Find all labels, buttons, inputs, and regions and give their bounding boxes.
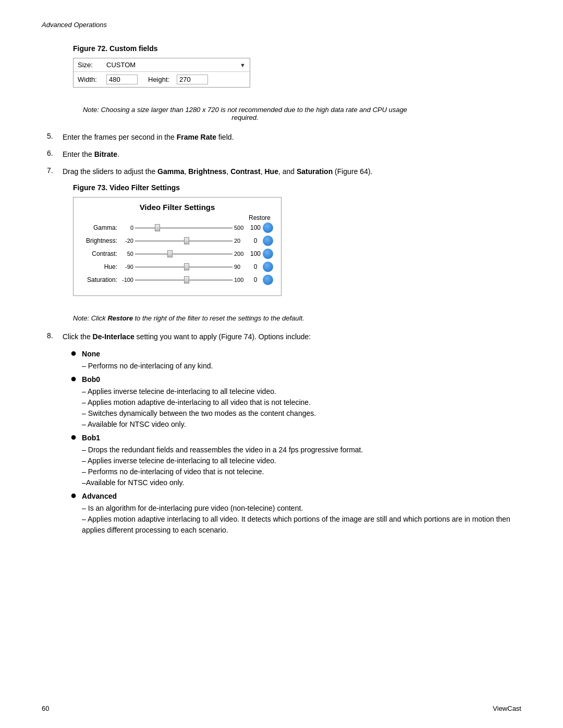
- bob1-line4: –Available for NTSC video only.: [82, 477, 521, 488]
- bob0-sublines: – Applies inverse telecine de-interlacin…: [82, 386, 521, 430]
- bob1-line1: – Drops the redundant fields and reassem…: [82, 445, 521, 455]
- step5-number: 5.: [42, 132, 63, 140]
- step7-number: 7.: [42, 166, 63, 175]
- contrast-label: Contrast:: [81, 250, 120, 257]
- saturation-restore-button[interactable]: [263, 275, 273, 285]
- saturation-value: 0: [248, 276, 263, 283]
- saturation-min: -100: [120, 277, 135, 283]
- brightness-min: -20: [120, 238, 135, 244]
- section-header: Advanced Operations: [42, 21, 521, 29]
- brightness-slider[interactable]: [135, 237, 232, 244]
- bullet-dot-none: ●: [70, 348, 77, 358]
- hue-restore-button[interactable]: [263, 262, 273, 272]
- bullet-bob0-content: Bob0 – Applies inverse telecine de-inter…: [82, 374, 521, 430]
- width-label: Width:: [78, 76, 106, 83]
- size-row: Size: CUSTOM ▼: [74, 58, 250, 72]
- step6-number: 6.: [42, 149, 63, 157]
- bob0-line4: – Available for NTSC video only.: [82, 419, 521, 430]
- bob1-sublines: – Drops the redundant fields and reassem…: [82, 445, 521, 488]
- page-number: 60: [42, 705, 49, 712]
- none-line1: – Performs no de-interlacing of any kind…: [82, 361, 521, 372]
- bob0-line2: – Applies motion adaptive de-interlacing…: [82, 397, 521, 408]
- none-sublines: – Performs no de-interlacing of any kind…: [82, 361, 521, 372]
- size-value: CUSTOM: [106, 61, 240, 69]
- brightness-value: 0: [248, 237, 263, 244]
- hue-row: Hue: -90 90 0: [81, 262, 273, 272]
- height-label: Height:: [148, 76, 177, 83]
- step8-content: Click the De-Interlace setting you want …: [63, 331, 521, 342]
- bullet-none: ● None – Performs no de-interlacing of a…: [70, 349, 521, 372]
- gamma-restore-button[interactable]: [263, 223, 273, 233]
- saturation-label: Saturation:: [81, 276, 120, 283]
- bullet-dot-advanced: ●: [70, 490, 77, 500]
- note2: Note: Click Restore to the right of the …: [73, 314, 417, 322]
- contrast-max: 200: [232, 251, 248, 257]
- size-label: Size:: [78, 61, 106, 69]
- bullet-list: ● None – Performs no de-interlacing of a…: [70, 349, 521, 536]
- step7-content: Drag the sliders to adjust the Gamma, Br…: [63, 166, 521, 177]
- step5: 5. Enter the frames per second in the Fr…: [42, 132, 521, 143]
- footer: 60 ViewCast: [42, 705, 521, 712]
- advanced-line2: – Applies motion adaptive interlacing to…: [82, 514, 521, 536]
- bullet-dot-bob0: ●: [70, 373, 77, 384]
- gamma-row: Gamma: 0 500 100: [81, 223, 273, 233]
- advanced-line1: – Is an algorithm for de-interlacing pur…: [82, 503, 521, 514]
- contrast-row: Contrast: 50 200 100: [81, 249, 273, 259]
- brightness-label: Brightness:: [81, 237, 120, 244]
- step5-content: Enter the frames per second in the Frame…: [63, 132, 521, 143]
- gamma-slider[interactable]: [135, 224, 232, 231]
- step8-number: 8.: [42, 331, 63, 340]
- bob1-line2: – Applies inverse telecine de-interlacin…: [82, 455, 521, 466]
- bullet-bob1: ● Bob1 – Drops the redundant fields and …: [70, 433, 521, 488]
- hue-label: Hue:: [81, 263, 120, 270]
- bullet-bob0: ● Bob0 – Applies inverse telecine de-int…: [70, 374, 521, 430]
- step7: 7. Drag the sliders to adjust the Gamma,…: [42, 166, 521, 177]
- width-input[interactable]: [106, 75, 138, 84]
- gamma-value: 100: [248, 224, 263, 231]
- hue-slider[interactable]: [135, 263, 232, 270]
- figure73-box: Video Filter Settings Restore Gamma: 0 5…: [73, 197, 282, 296]
- note1: Note: Choosing a size larger than 1280 x…: [73, 106, 417, 121]
- figure72-box: Size: CUSTOM ▼ Width: Height:: [73, 58, 250, 88]
- vfs-box-title: Video Filter Settings: [81, 203, 273, 212]
- dropdown-arrow-icon[interactable]: ▼: [240, 62, 246, 68]
- bullet-advanced-content: Advanced – Is an algorithm for de-interl…: [82, 491, 521, 536]
- contrast-restore-button[interactable]: [263, 249, 273, 259]
- brightness-restore-button[interactable]: [263, 236, 273, 246]
- bob1-line3: – Performs no de-interlacing of video th…: [82, 466, 521, 477]
- figure72-title: Figure 72. Custom fields: [73, 44, 521, 53]
- bullet-none-content: None – Performs no de-interlacing of any…: [82, 349, 521, 372]
- figure73-title: Figure 73. Video Filter Settings: [73, 183, 521, 192]
- contrast-slider[interactable]: [135, 250, 232, 257]
- gamma-min: 0: [120, 225, 135, 231]
- step6-content: Enter the Bitrate.: [63, 149, 521, 160]
- hue-min: -90: [120, 264, 135, 270]
- step6: 6. Enter the Bitrate.: [42, 149, 521, 160]
- dimensions-row: Width: Height:: [74, 72, 250, 87]
- bob0-line1: – Applies inverse telecine de-interlacin…: [82, 386, 521, 397]
- gamma-label: Gamma:: [81, 224, 120, 231]
- bob0-line3: – Switches dynamically between the two m…: [82, 408, 521, 419]
- restore-label: Restore: [249, 214, 271, 221]
- brand-name: ViewCast: [493, 705, 521, 712]
- saturation-slider[interactable]: [135, 276, 232, 283]
- bullet-advanced: ● Advanced – Is an algorithm for de-inte…: [70, 491, 521, 536]
- contrast-min: 50: [120, 251, 135, 257]
- bullet-dot-bob1: ●: [70, 431, 77, 442]
- hue-value: 0: [248, 263, 263, 270]
- step8: 8. Click the De-Interlace setting you wa…: [42, 331, 521, 342]
- gamma-max: 500: [232, 225, 248, 231]
- height-input[interactable]: [177, 75, 208, 84]
- saturation-row: Saturation: -100 100 0: [81, 275, 273, 285]
- bullet-bob1-content: Bob1 – Drops the redundant fields and re…: [82, 433, 521, 488]
- saturation-max: 100: [232, 277, 248, 283]
- brightness-max: 20: [232, 238, 248, 244]
- advanced-sublines: – Is an algorithm for de-interlacing pur…: [82, 503, 521, 536]
- contrast-value: 100: [248, 250, 263, 257]
- hue-max: 90: [232, 264, 248, 270]
- brightness-row: Brightness: -20 20 0: [81, 236, 273, 246]
